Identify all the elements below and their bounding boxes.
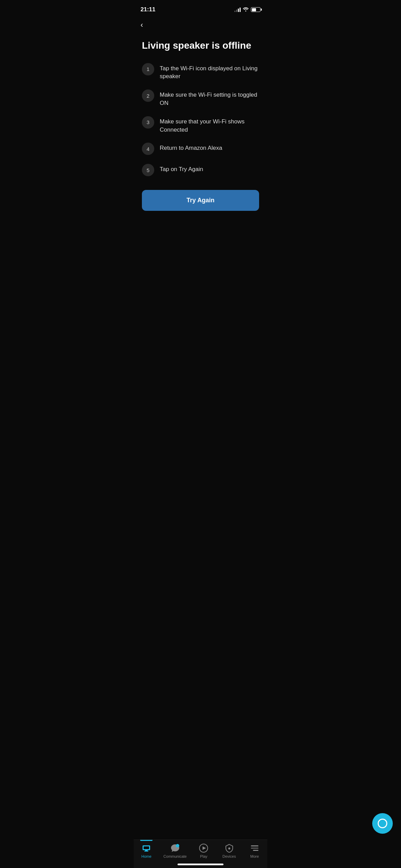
back-arrow-icon: ‹ xyxy=(141,21,143,29)
step-item-5: 5 Tap on Try Again xyxy=(142,163,259,176)
main-content: Living speaker is offline 1 Tap the Wi-F… xyxy=(134,33,267,218)
step-text-2: Make sure the Wi-Fi setting is toggled O… xyxy=(160,89,259,107)
steps-list: 1 Tap the Wi-Fi icon displayed on Living… xyxy=(142,62,259,177)
try-again-button[interactable]: Try Again xyxy=(142,190,259,211)
step-number-3: 3 xyxy=(142,116,154,129)
step-text-4: Return to Amazon Alexa xyxy=(160,142,222,152)
step-number-5: 5 xyxy=(142,164,154,176)
back-button[interactable]: ‹ xyxy=(134,17,267,33)
step-text-3: Make sure that your Wi-Fi shows Connecte… xyxy=(160,116,259,134)
status-icons xyxy=(234,7,260,13)
wifi-icon xyxy=(243,7,249,13)
signal-icon xyxy=(234,7,241,12)
step-number-4: 4 xyxy=(142,143,154,155)
status-bar: 21:11 xyxy=(134,0,267,17)
step-number-1: 1 xyxy=(142,63,154,75)
step-item-2: 2 Make sure the Wi-Fi setting is toggled… xyxy=(142,89,259,107)
step-number-2: 2 xyxy=(142,89,154,102)
step-text-5: Tap on Try Again xyxy=(160,163,203,173)
step-item-4: 4 Return to Amazon Alexa xyxy=(142,142,259,155)
step-item-1: 1 Tap the Wi-Fi icon displayed on Living… xyxy=(142,62,259,81)
page-title: Living speaker is offline xyxy=(142,40,259,51)
step-item-3: 3 Make sure that your Wi-Fi shows Connec… xyxy=(142,116,259,134)
battery-icon xyxy=(251,7,260,12)
status-time: 21:11 xyxy=(141,6,155,13)
step-text-1: Tap the Wi-Fi icon displayed on Living s… xyxy=(160,62,259,81)
